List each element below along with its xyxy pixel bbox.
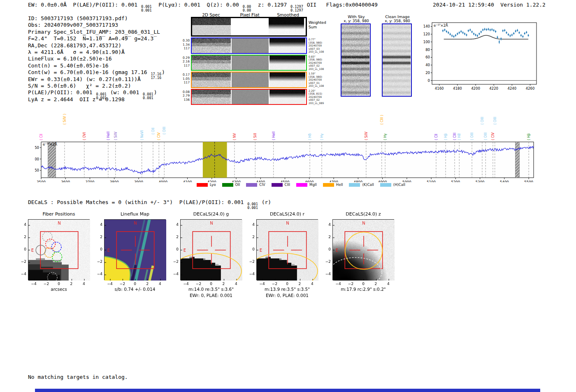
cutout-xlabel: arcsecs: [20, 287, 98, 292]
svg-text:4900: 4900: [378, 180, 387, 182]
compass-north-label: N: [58, 221, 60, 225]
cutout-caption: EWr: 0, PLAE: 0.001: [248, 293, 326, 298]
y-tick-label: 0: [246, 247, 255, 251]
svg-text:5400: 5400: [500, 180, 509, 182]
clean-image-title: Clean Image: [382, 14, 413, 19]
cutout-overlay: NE: [333, 220, 395, 281]
legend-label: Lyα: [210, 183, 216, 187]
compass-east-label: E: [260, 248, 262, 253]
legend-label: MgII: [309, 183, 317, 187]
cutout-panel-lineflux: Lineflux MapNE−4−2024−4−2024s/b: 0.74 +/…: [104, 219, 166, 280]
svg-text:60: 60: [425, 55, 430, 59]
svg-text:4500: 4500: [281, 180, 290, 182]
svg-text:e⁻¹⁷×2Å: e⁻¹⁷×2Å: [43, 142, 57, 146]
cutout-panel-decals: DECaLS(24.0) rNE−4−2024−4−2024m:13.9 re:…: [256, 219, 318, 280]
compass-north-label: N: [362, 221, 365, 225]
spectral-line-marker-label: ( CIII ): [380, 115, 384, 125]
cutout-caption: m:13.9 re:3.5" s:3.5": [248, 287, 326, 292]
svg-text:4800: 4800: [354, 180, 363, 182]
x-tick-label: −2: [348, 282, 353, 286]
y-tick-label: −2: [17, 260, 26, 264]
svg-text:3700: 3700: [86, 180, 95, 182]
stacked-fraction: 0.0010.001: [141, 5, 152, 12]
x-tick-label: 4: [387, 282, 390, 286]
legend-item: Lyα: [197, 183, 216, 187]
spectral-line-marker-label: ( Hβ: [444, 133, 448, 140]
x-tick-label: −4: [107, 282, 112, 286]
cutout-overlay: NE: [105, 220, 166, 281]
info-line: S/N = 5.0(±0.6) χ² = 2.2(±0.2): [28, 83, 165, 89]
cutout-title: Fiber Positions: [22, 211, 96, 217]
spec2d-fiber-row-3-img-2: [269, 90, 305, 104]
svg-text:140: 140: [423, 24, 430, 28]
x-tick-label: −4: [259, 282, 265, 286]
svg-text:4400: 4400: [256, 180, 265, 182]
next-section-strip: [35, 389, 540, 392]
x-tick-label: 0: [362, 282, 365, 286]
spectral-line-marker-label: ( OIII: [163, 127, 166, 135]
cutout-image-frame: NE: [256, 219, 318, 280]
x-tick-label: 4: [235, 282, 237, 286]
fiber-row-left-labels: 0.301.34117: [181, 39, 190, 51]
spec2d-fiber-row-2-img-0: [192, 72, 231, 87]
spectral-line-marker-label: ( CIV: [491, 132, 495, 140]
header-summary: EW: 0.0±0.0Å P(LAE)/P(OII): 0.001 0.0010…: [28, 2, 378, 12]
info-line: Cont(w) = 6.70(±0.01)e-16 (gmag 17.16 17…: [28, 69, 165, 76]
x-tick-label: 4: [83, 282, 85, 286]
legend-swatch: [323, 183, 334, 187]
spectral-line-marker-label: ( Hγ: [320, 133, 324, 140]
y-tick-label: −4: [322, 272, 331, 276]
y-tick-label: −4: [246, 272, 255, 276]
legend-label: OII: [235, 183, 240, 187]
svg-text:e⁻¹⁷×2Å: e⁻¹⁷×2Å: [434, 23, 448, 28]
spec2d-weighted-row-img-2: [269, 18, 304, 35]
info-line: Cont(n) = 5.40(±0.05)e-16: [28, 63, 165, 69]
info-line: ID: 5003717193 (5003717193.pdf): [28, 15, 165, 22]
spec2d-fiber-row-1: [191, 55, 307, 71]
cutout-overlay: NE: [181, 220, 242, 281]
svg-text:4240: 4240: [508, 86, 517, 90]
cutout-image-frame: NE: [104, 219, 166, 280]
legend-item: OII: [222, 183, 240, 187]
fiber-row-left-labels: 0.292.16117: [181, 56, 190, 68]
compass-east-label: E: [336, 248, 338, 253]
info-line: Obs: 20240709v007_5003717193: [28, 22, 165, 28]
info-line: P(LAE)/P(OII): 0.001 0.0010.001 (w: 0.00…: [28, 89, 165, 96]
spec2d-weighted-row: [191, 17, 307, 37]
stacked-fraction: 0.12970.1297: [290, 5, 303, 12]
svg-text:4160: 4160: [435, 86, 444, 90]
spectral-line-marker-label: ( SiIV ): [63, 114, 67, 125]
y-tick-label: 0: [93, 247, 102, 251]
legend-swatch: [197, 183, 208, 187]
stacked-fraction: 0.0010.001: [247, 203, 258, 209]
compass-north-label: N: [286, 221, 289, 225]
svg-text:3800: 3800: [110, 180, 119, 182]
spectral-line-marker-label: ( NV: [233, 133, 237, 140]
spec2d-fiber-row-1-img-2: [269, 56, 305, 70]
svg-text:4600: 4600: [305, 180, 314, 182]
legend-swatch: [246, 183, 257, 187]
full-spectrum-plot: ( CII( SiIV )( OVI( HeII( SiIV( NeVI( OI…: [35, 110, 540, 182]
x-tick-label: 2: [375, 282, 377, 286]
fiber-row-left-labels: 0.171.05117: [181, 73, 190, 85]
cutout-title: DECaLS(24.0) r: [250, 211, 324, 217]
detection-info-block: ID: 5003717193 (5003717193.pdf)Obs: 2024…: [28, 15, 165, 103]
svg-text:5100: 5100: [427, 180, 436, 182]
spectral-line-marker-label: ( SiIV: [114, 132, 118, 140]
cutout-title: DECaLS(24.0) z: [326, 211, 400, 217]
svg-text:3500: 3500: [37, 180, 46, 182]
fiber-row-right-labels: 2.20"(358, 815)20240709v007_02203_LL_089: [309, 89, 324, 105]
x-tick-label: 0: [134, 282, 136, 286]
spectral-line-marker-label: ( HeII: [107, 132, 110, 140]
spectral-line-marker-label: ( NeVI: [140, 130, 144, 140]
y-tick-label: 2: [322, 235, 331, 239]
x-tick-label: −4: [335, 282, 341, 286]
spec2d-fiber-row-3-img-1: [232, 90, 268, 104]
spec2d-fiber-row-2-img-2: [269, 72, 305, 87]
svg-text:150: 150: [35, 146, 39, 150]
clean-image-frame: [382, 23, 412, 97]
y-tick-label: −2: [93, 260, 102, 264]
spectral-line-marker-label: ( OIII: [470, 132, 474, 140]
y-tick-label: 0: [17, 247, 26, 251]
svg-text:4100: 4100: [183, 180, 192, 182]
